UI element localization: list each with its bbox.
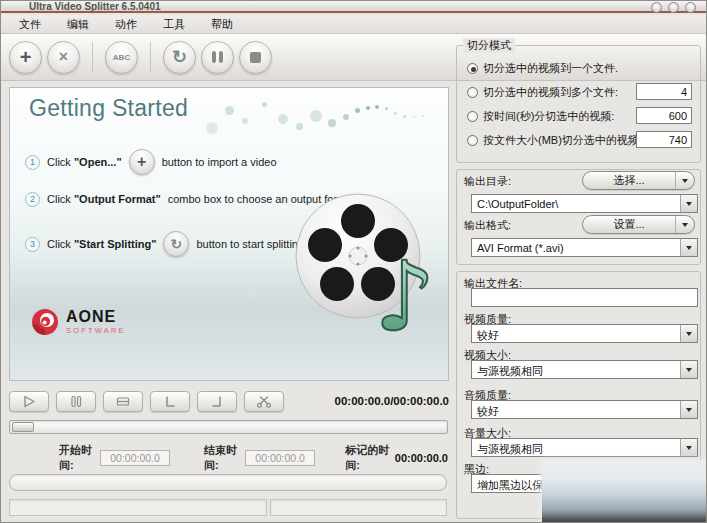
aone-logo: AONE SOFTWARE xyxy=(30,307,126,337)
video-quality-combo[interactable]: 较好 xyxy=(471,324,698,343)
radio-icon[interactable] xyxy=(467,87,478,98)
stop-button[interactable] xyxy=(239,41,272,74)
play-icon xyxy=(21,395,37,408)
start-splitting-mini-button[interactable]: ↻ xyxy=(163,231,189,257)
split-mode-option-single[interactable]: 切分选中的视频到一个文件. xyxy=(467,60,692,77)
aone-logo-sub: SOFTWARE xyxy=(66,327,126,335)
end-time-label: 结束时间: xyxy=(204,443,241,473)
split-seconds-field[interactable] xyxy=(636,107,692,124)
dropdown-arrow-icon[interactable] xyxy=(675,172,694,189)
status-cell-left xyxy=(9,499,267,516)
step-text: button to start splitting! xyxy=(196,238,307,250)
step-text: button to import a video xyxy=(162,156,277,168)
watermark-overlay xyxy=(542,461,707,523)
stop-icon xyxy=(250,52,261,63)
chevron-down-icon[interactable] xyxy=(680,195,697,212)
aone-swirl-icon xyxy=(30,307,60,337)
refresh-icon: ↻ xyxy=(171,237,183,251)
plus-icon: + xyxy=(137,154,146,170)
app-window: Ultra Video Splitter 6.5.0401 文件 编辑 动作 工… xyxy=(0,0,707,523)
end-time-field[interactable] xyxy=(245,450,315,466)
window-controls xyxy=(651,2,696,13)
split-mode-option-by-time[interactable]: 按时间(秒)分切选中的视频: xyxy=(467,108,692,125)
format-settings-button[interactable]: 设置... xyxy=(582,215,695,234)
open-button[interactable]: + xyxy=(9,41,42,74)
mark-start-icon xyxy=(162,395,178,408)
player-stop-button[interactable] xyxy=(103,391,143,412)
player-pause-button[interactable] xyxy=(56,391,96,412)
split-button[interactable] xyxy=(244,391,284,412)
split-mode-title: 切分模式 xyxy=(463,38,515,53)
menu-help[interactable]: 帮助 xyxy=(211,17,233,32)
output-format-combo[interactable]: AVI Format (*.avi) xyxy=(471,238,698,257)
step-text: Click "Open..." xyxy=(47,156,122,168)
step-text: Click "Start Splitting" xyxy=(47,238,156,250)
getting-started-title: Getting Started xyxy=(29,95,188,122)
multiple-files-count-field[interactable] xyxy=(636,83,692,100)
abc-icon: ABC xyxy=(113,53,130,62)
plus-icon: + xyxy=(20,47,32,67)
trim-times-row: 开始时间: 结束时间: 标记的时间: 00:00:00.0 xyxy=(9,443,448,473)
marked-time-value: 00:00:00.0 xyxy=(395,452,448,464)
split-mode-option-by-size[interactable]: 按文件大小(MB)切分选中的视频: xyxy=(467,132,692,149)
remove-button[interactable]: × xyxy=(47,41,80,74)
video-size-combo[interactable]: 与源视频相同 xyxy=(471,360,698,379)
getting-started-step-1: 1 Click "Open..." + button to import a v… xyxy=(25,148,277,176)
chevron-down-icon[interactable] xyxy=(680,439,697,456)
radio-icon[interactable] xyxy=(467,111,478,122)
mark-end-icon xyxy=(209,395,225,408)
filename-field[interactable] xyxy=(471,288,698,307)
slider-thumb[interactable] xyxy=(12,422,34,432)
output-dir-combo[interactable]: C:\OutputFolder\ xyxy=(471,194,698,213)
marked-time-label: 标记的时间: xyxy=(345,443,391,473)
mark-start-button[interactable] xyxy=(150,391,190,412)
aone-logo-name: AONE xyxy=(66,309,126,325)
pause-button[interactable] xyxy=(201,41,234,74)
menu-tools[interactable]: 工具 xyxy=(163,17,185,32)
dropdown-arrow-icon[interactable] xyxy=(675,216,694,233)
rename-button[interactable]: ABC xyxy=(105,41,138,74)
radio-icon[interactable] xyxy=(467,63,478,74)
start-time-label: 开始时间: xyxy=(59,443,96,473)
maximize-button[interactable] xyxy=(668,2,679,13)
play-button[interactable] xyxy=(9,391,49,412)
close-button[interactable] xyxy=(685,2,696,13)
output-dir-label: 输出目录: xyxy=(464,174,511,189)
chevron-down-icon[interactable] xyxy=(680,401,697,418)
split-mode-group: 切分模式 切分选中的视频到一个文件. 切分选中的视频到多个文件: 按时间(秒)分… xyxy=(456,45,701,163)
stop-icon xyxy=(115,395,131,408)
volume-combo[interactable]: 与源视频相同 xyxy=(471,438,698,457)
output-format-label: 输出格式: xyxy=(464,218,511,233)
seek-slider[interactable] xyxy=(9,420,448,434)
playback-time-display: 00:00:00.0/00:00:00.0 xyxy=(335,395,449,407)
menu-bar: 文件 编辑 动作 工具 帮助 xyxy=(1,15,706,34)
split-size-field[interactable] xyxy=(636,131,692,148)
radio-icon[interactable] xyxy=(467,135,478,146)
step-text: Click "Output Format" xyxy=(47,193,161,205)
chevron-down-icon[interactable] xyxy=(680,361,697,378)
scissors-icon xyxy=(256,395,272,408)
film-reel-illustration: ♪ xyxy=(292,180,442,380)
title-bar: Ultra Video Splitter 6.5.0401 xyxy=(1,1,706,13)
start-splitting-button[interactable]: ↻ xyxy=(163,41,196,74)
choose-dir-button[interactable]: 选择... xyxy=(582,171,695,190)
getting-started-step-3: 3 Click "Start Splitting" ↻ button to st… xyxy=(25,230,307,258)
output-group: 输出目录: 选择... C:\OutputFolder\ 输出格式: 设置...… xyxy=(456,169,701,265)
minimize-button[interactable] xyxy=(651,2,662,13)
getting-started-panel: Getting Started 1 Click "Open..." + butt… xyxy=(9,87,449,381)
split-mode-option-multiple[interactable]: 切分选中的视频到多个文件: xyxy=(467,84,692,101)
chevron-down-icon[interactable] xyxy=(680,325,697,342)
start-time-field[interactable] xyxy=(100,450,170,466)
pause-icon xyxy=(212,51,223,63)
toolbar-separator xyxy=(92,42,93,72)
menu-edit[interactable]: 编辑 xyxy=(67,17,89,32)
menu-file[interactable]: 文件 xyxy=(19,17,41,32)
audio-quality-combo[interactable]: 较好 xyxy=(471,400,698,419)
mark-end-button[interactable] xyxy=(197,391,237,412)
open-mini-button[interactable]: + xyxy=(129,149,155,175)
menu-action[interactable]: 动作 xyxy=(115,17,137,32)
chevron-down-icon[interactable] xyxy=(680,239,697,256)
step-number: 2 xyxy=(25,192,40,207)
status-cell-right xyxy=(270,499,447,516)
music-note-icon: ♪ xyxy=(374,241,435,353)
